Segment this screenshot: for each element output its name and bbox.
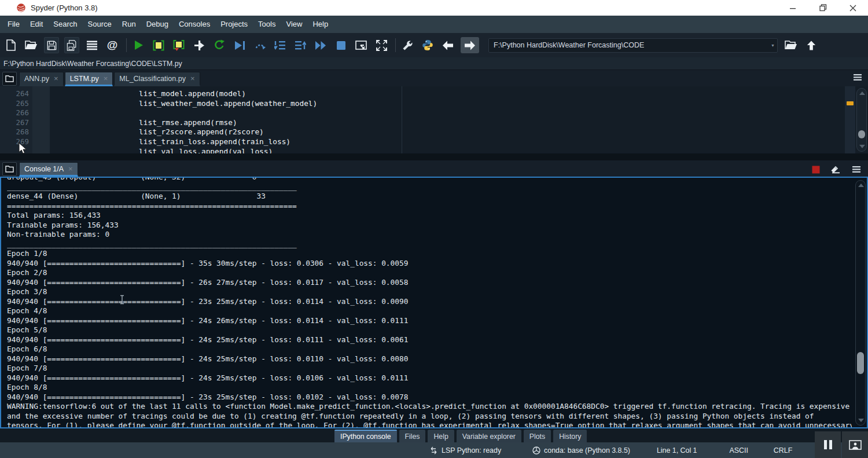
- menu-item[interactable]: Search: [48, 16, 82, 33]
- pane-tab[interactable]: History: [553, 430, 587, 442]
- console-scrollbar[interactable]: [855, 180, 866, 426]
- pane-tab[interactable]: Variable explorer: [457, 430, 521, 442]
- editor-scrollbar-thumb[interactable]: [858, 130, 865, 138]
- tab-label: ML_Classification.py: [119, 75, 186, 83]
- breadcrumb: F:\Python HardDisk\Weather Forcasting\CO…: [0, 57, 868, 70]
- editor-line: 266: [0, 108, 845, 118]
- scroll-up-icon[interactable]: [858, 184, 864, 187]
- close-button[interactable]: [838, 0, 868, 16]
- stop-square-icon: [812, 166, 820, 174]
- debug-step-into-button[interactable]: [273, 37, 288, 53]
- browse-console-tabs-button[interactable]: [2, 162, 17, 176]
- debug-step-button[interactable]: [252, 37, 267, 53]
- pane-tabbar: IPython console Files Help Variable expl…: [0, 428, 868, 442]
- dropdown-caret-icon[interactable]: ▼: [771, 43, 775, 47]
- menu-item[interactable]: Tools: [253, 16, 281, 33]
- tab-close-icon[interactable]: ×: [68, 164, 73, 173]
- editor-tab[interactable]: LSTM.py ×: [65, 72, 113, 86]
- picture-in-picture-button[interactable]: [842, 431, 868, 458]
- fullscreen-button[interactable]: [374, 37, 389, 53]
- mouse-cursor: [19, 142, 27, 155]
- run-selection-button[interactable]: [192, 37, 207, 53]
- debug-step-return-button[interactable]: [293, 37, 308, 53]
- code-editor[interactable]: 264 list_model.append(model) 265 list_we…: [0, 86, 868, 153]
- main-toolbar: @: [0, 33, 868, 57]
- menu-item[interactable]: Edit: [25, 16, 48, 33]
- run-cell-button[interactable]: [151, 37, 166, 53]
- save-button[interactable]: [44, 37, 59, 53]
- debug-stop-button[interactable]: [333, 37, 348, 53]
- preferences-button[interactable]: [400, 37, 415, 53]
- maximize-pane-icon: [355, 40, 367, 50]
- editor-tab[interactable]: ANN.py ×: [19, 72, 64, 86]
- debug-continue-button[interactable]: [313, 37, 328, 53]
- editor-line: 268 list_r2score.append(r2score): [0, 127, 845, 137]
- editor-scrollbar[interactable]: [856, 88, 867, 152]
- tab-close-icon[interactable]: ×: [54, 74, 58, 83]
- folder-tabs-icon: [5, 166, 14, 173]
- menu-item[interactable]: File: [2, 16, 25, 33]
- run-file-button[interactable]: [131, 37, 146, 53]
- restore-button[interactable]: [808, 0, 838, 16]
- spyder-logo-icon: [16, 3, 26, 13]
- browse-tabs-button[interactable]: [2, 72, 17, 86]
- working-directory-field[interactable]: F:\Python HardDisk\Weather Forcasting\CO…: [488, 38, 778, 53]
- rerun-cell-button[interactable]: [212, 37, 227, 53]
- editor-tab[interactable]: ML_Classification.py ×: [114, 72, 200, 86]
- file-switcher-button[interactable]: [84, 37, 100, 53]
- video-pause-button[interactable]: [815, 431, 841, 458]
- console-tab[interactable]: Console 1/A ×: [19, 162, 78, 177]
- debug-file-button[interactable]: [232, 37, 247, 53]
- eol-status: CRLF: [774, 446, 792, 455]
- tab-label: LSTM.py: [70, 75, 99, 83]
- pythonpath-manager-button[interactable]: [420, 37, 435, 53]
- stop-icon: [336, 41, 346, 50]
- browse-directory-button[interactable]: [784, 37, 799, 53]
- clear-console-button[interactable]: [830, 165, 841, 174]
- menu-item[interactable]: View: [281, 16, 307, 33]
- eraser-icon: [830, 165, 841, 174]
- back-button[interactable]: [440, 37, 455, 53]
- pane-tab[interactable]: Files: [399, 430, 426, 442]
- menu-item[interactable]: Run: [117, 16, 141, 33]
- scroll-down-icon[interactable]: [859, 145, 865, 148]
- parent-directory-button[interactable]: [804, 37, 819, 53]
- pane-splitter[interactable]: [0, 153, 868, 160]
- scroll-up-icon[interactable]: [859, 91, 865, 95]
- menu-item[interactable]: Source: [83, 16, 117, 33]
- save-all-icon: [67, 40, 78, 51]
- pane-tab[interactable]: IPython console: [334, 430, 397, 442]
- minimize-button[interactable]: [778, 0, 808, 16]
- pane-tab[interactable]: Plots: [524, 430, 551, 442]
- console-scrollbar-thumb[interactable]: [857, 352, 864, 374]
- find-symbols-button[interactable]: @: [105, 37, 120, 53]
- forward-button[interactable]: [461, 37, 479, 53]
- editor-tab-options-button[interactable]: [853, 73, 862, 83]
- pane-tab-label: Help: [433, 433, 448, 441]
- pane-tab-label: Variable explorer: [462, 433, 516, 441]
- run-cell-advance-button[interactable]: [171, 37, 186, 53]
- pane-tab-label: IPython console: [340, 433, 391, 441]
- tab-close-icon[interactable]: ×: [104, 74, 108, 83]
- pane-tab[interactable]: Help: [428, 430, 454, 442]
- toolbar-separator: [126, 38, 127, 52]
- menu-item[interactable]: Help: [307, 16, 333, 33]
- console-options-button[interactable]: [852, 166, 861, 173]
- open-folder-icon: [25, 40, 38, 50]
- menu-item[interactable]: Projects: [215, 16, 253, 33]
- browse-folder-icon: [785, 40, 797, 50]
- interrupt-kernel-button[interactable]: [812, 166, 820, 174]
- line-number: 266: [0, 108, 29, 118]
- menu-item[interactable]: Debug: [141, 16, 174, 33]
- tab-close-icon[interactable]: ×: [190, 74, 195, 83]
- open-file-button[interactable]: [24, 37, 39, 53]
- forward-arrow-icon: [464, 41, 476, 50]
- tab-label: Console 1/A: [24, 165, 64, 173]
- debug-step-return-icon: [295, 41, 306, 50]
- ipython-console-output[interactable]: dropout_43 (Dropout) (None, 32) 0 ______…: [0, 177, 868, 428]
- menu-item[interactable]: Consoles: [174, 16, 215, 33]
- save-all-button[interactable]: [64, 37, 79, 53]
- scroll-down-icon[interactable]: [858, 419, 864, 422]
- new-file-button[interactable]: [3, 37, 19, 53]
- maximize-pane-button[interactable]: [354, 37, 369, 53]
